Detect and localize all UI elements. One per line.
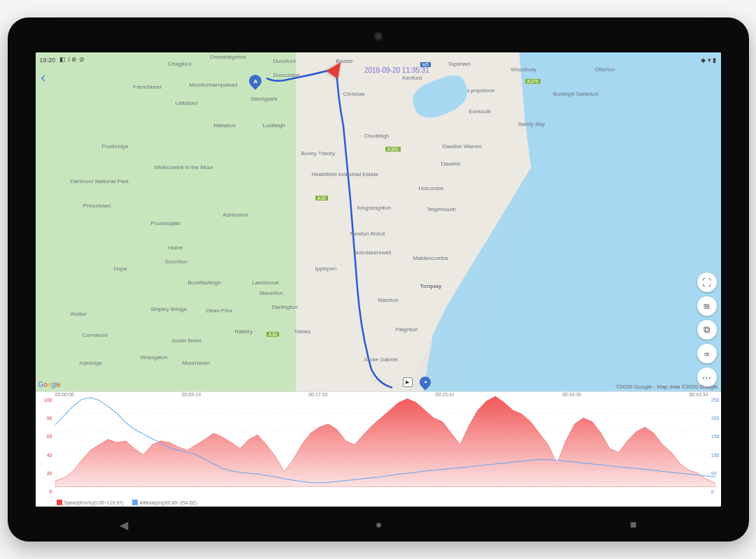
place-frenchbeer: Frenchbeer (134, 84, 162, 90)
place-deanprior: Dean Prior (206, 307, 233, 314)
status-bar: 19:20 ◧ ⟟ ⊛ ⊘ ◆ ▾ ▮ (36, 52, 721, 65)
screen: 19:20 ◧ ⟟ ⊛ ⊘ ◆ ▾ ▮ ‹ 2018-09-20 11:35:3… (36, 52, 721, 507)
place-lympstone: Lympstone (468, 87, 495, 94)
place-wrangaton: Wrangaton (141, 354, 168, 361)
place-ashburton: Ashburton (223, 212, 248, 218)
chart-canvas (55, 395, 715, 487)
place-woodbury: Woodbury (511, 66, 536, 73)
place-newton: Newton Abbot (350, 231, 385, 237)
fab-stack: ⛶ ≋ ⧉ ∝ ⋯ (697, 273, 717, 387)
place-lettaford: Lettaford (176, 100, 198, 106)
place-shipley: Shipley Bridge (151, 306, 187, 312)
share-button[interactable]: ∝ (697, 344, 717, 363)
wifi-icon: ◆ ▾ ▮ (701, 57, 716, 64)
place-widecombe: Widecombe in the Moor (155, 164, 213, 170)
place-otterton: Otterton (595, 66, 615, 73)
more-icon: ⋯ (702, 372, 711, 383)
map-attribution: ©2020 Google - Map data ©2020 Google (615, 384, 718, 390)
fullscreen-button[interactable]: ⛶ (697, 273, 717, 292)
place-heathfield: Heathfield Industrial Estate (312, 171, 379, 177)
road-badge-a38: A38 (315, 196, 328, 201)
place-moreton: Moretonhampstead (190, 82, 238, 88)
place-dartington: Dartington (272, 304, 298, 310)
camera-icon (373, 31, 383, 41)
layers-icon: ≋ (703, 301, 711, 312)
place-kenford: Kenford (403, 75, 422, 81)
place-budleigh: Budleigh Salterton (553, 91, 599, 97)
marker-end[interactable]: ● (417, 375, 433, 391)
place-manaton: Manaton (214, 122, 236, 129)
place-bovey: Bovey Tracey (301, 150, 335, 157)
place-scorriton: Scorriton (165, 259, 187, 265)
tablet-frame: 19:20 ◧ ⟟ ⊛ ⊘ ◆ ▾ ▮ ‹ 2018-09-20 11:35:3… (8, 17, 749, 542)
place-teignmouth: Teignmouth (427, 206, 456, 212)
place-ipplepen: Ipplepen (315, 266, 337, 272)
place-dawlish: Dawlish (441, 161, 461, 167)
route-timestamp: 2018-09-20 11:35:31 (364, 66, 429, 74)
place-doccombe: Doccombe (273, 72, 300, 78)
play-button[interactable]: ▶ (403, 377, 413, 387)
place-sandypark: Sandypark (251, 96, 278, 102)
google-logo: Google (38, 381, 61, 389)
place-paignton: Paignton (396, 326, 418, 333)
chart[interactable]: 00:00:00 00:09:19 00:17:03 00:25:41 00:3… (36, 391, 721, 507)
road-badge-a376: A376 (525, 79, 541, 84)
place-abbots: Abbotskerswell (354, 249, 392, 256)
place-hope: Hope (114, 266, 127, 272)
export-icon: ⧉ (704, 324, 710, 335)
place-princetown: Princetown (83, 203, 111, 209)
chart-y-right: 250 200 150 100 50 0 (711, 398, 720, 494)
share-icon: ∝ (704, 349, 710, 359)
road-badge-a38-2: A38 (266, 332, 279, 337)
place-lustleigh: Lustleigh (263, 122, 285, 129)
place-dartmoor: Dartmoor National Park (71, 178, 129, 184)
place-dawlish-warren: Dawlish Warren (443, 143, 482, 150)
place-ivybridge: Ivybridge (80, 360, 102, 366)
place-cornwood: Cornwood (83, 332, 108, 338)
place-torquay: Torquay (420, 283, 442, 289)
place-holcombe: Holcombe (419, 185, 444, 191)
chart-y-left: 100 90 60 40 20 0 (37, 398, 52, 494)
legend-swatch-speed (57, 500, 62, 505)
place-marldon: Marldon (378, 297, 399, 303)
place-poundsgate: Poundsgate (151, 220, 181, 226)
map[interactable]: ‹ 2018-09-20 11:35:31 A ▶ ● M5 A38 A380 … (36, 52, 721, 391)
place-moorhaven: Moorhaven (183, 360, 211, 366)
nav-back-icon[interactable]: ◀ (120, 518, 128, 532)
chart-x-ticks: 00:00:00 00:09:19 00:17:03 00:25:41 00:3… (55, 392, 708, 397)
place-buckfast: Buckfastleigh (188, 280, 222, 286)
chart-legend: Speed(Km/h)(0.00~119.97) Altitude(m)(69.… (57, 500, 197, 505)
place-stoke: Stoke Gabriel (364, 356, 398, 363)
place-holne: Holne (169, 245, 183, 251)
place-totnes: Totnes (294, 328, 311, 335)
place-chudleigh: Chudleigh (364, 133, 390, 139)
place-rattery: Rattery (235, 328, 253, 335)
place-exmouth: Exmouth (469, 108, 492, 115)
legend-swatch-altitude (132, 500, 138, 505)
place-sandybay: Sandy Bay (518, 121, 545, 127)
place-kingsteignton: Kingsteignton (357, 205, 391, 211)
place-maidencombe: Maidencombe (413, 255, 448, 261)
fullscreen-icon: ⛶ (702, 277, 711, 288)
android-nav: ◀ ● ■ (36, 518, 721, 532)
place-postbridge: Postbridge (102, 143, 129, 150)
place-wotter: Wotter (71, 311, 87, 317)
road-badge-a380: A380 (385, 147, 401, 152)
export-button[interactable]: ⧉ (697, 320, 717, 340)
place-southbrent: South Brent (172, 337, 201, 344)
place-christow: Christow (343, 91, 365, 97)
layers-button[interactable]: ≋ (697, 296, 717, 316)
status-icon: ◧ ⟟ ⊛ ⊘ (59, 56, 85, 64)
nav-home-icon[interactable]: ● (376, 518, 383, 532)
status-time: 19:20 (40, 57, 56, 64)
back-button[interactable]: ‹ (41, 69, 46, 85)
nav-recent-icon[interactable]: ■ (630, 518, 637, 532)
place-landscove: Landscove (252, 280, 280, 286)
place-staverton: Staverton (259, 290, 283, 296)
